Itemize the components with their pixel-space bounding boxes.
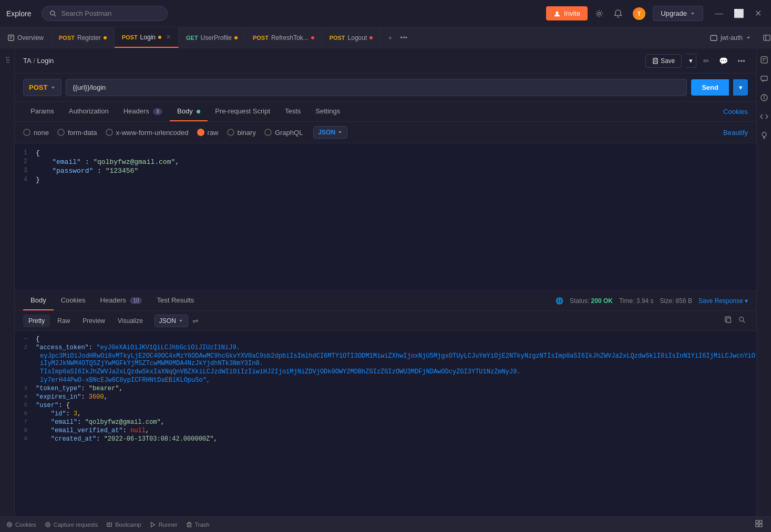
upgrade-button[interactable]: Upgrade bbox=[653, 6, 703, 21]
radio-raw bbox=[197, 129, 204, 136]
json-format-select[interactable]: JSON bbox=[313, 126, 347, 139]
svg-rect-43 bbox=[759, 524, 762, 527]
resp-tab-test-results[interactable]: Test Results bbox=[149, 291, 201, 310]
cookies-button[interactable]: Cookies bbox=[723, 108, 748, 116]
invite-button[interactable]: Invite bbox=[546, 6, 588, 20]
resp-tab-body[interactable]: Body bbox=[23, 291, 54, 310]
tab-body[interactable]: Body bbox=[170, 102, 208, 121]
add-tab-button[interactable]: ＋ bbox=[385, 31, 396, 45]
svg-rect-7 bbox=[711, 35, 717, 40]
resp-tab-headers[interactable]: Headers 10 bbox=[93, 291, 150, 310]
search-bar[interactable]: Search Postman bbox=[42, 6, 168, 21]
tab-register[interactable]: POST Register bbox=[52, 27, 115, 48]
bulb-button[interactable] bbox=[757, 128, 772, 143]
sidebar-ort-button[interactable]: ort bbox=[0, 53, 15, 68]
tab-dot-logout bbox=[369, 36, 373, 39]
runner-status-item[interactable]: Runner bbox=[150, 521, 178, 528]
trash-status-item[interactable]: Trash bbox=[186, 521, 210, 528]
code-line-3: 3 "password" : "123456" bbox=[15, 166, 756, 175]
svg-rect-12 bbox=[653, 61, 657, 62]
cookies-status-item[interactable]: Cookies bbox=[6, 521, 36, 528]
settings-icon bbox=[595, 9, 603, 18]
response-body[interactable]: ─ { 2 "access_token": "eyJ0eXAiOiJKV1QiL… bbox=[15, 331, 756, 516]
send-button[interactable]: Send bbox=[691, 79, 729, 96]
tab-authorization[interactable]: Authorization bbox=[61, 102, 116, 121]
breadcrumb: TA / Login bbox=[23, 57, 54, 65]
tab-headers[interactable]: Headers 8 bbox=[116, 102, 170, 121]
save-response-button[interactable]: Save Response ▾ bbox=[698, 297, 748, 305]
search-placeholder: Search Postman bbox=[61, 9, 111, 17]
save-button[interactable]: Save bbox=[645, 54, 682, 68]
more-button[interactable]: ••• bbox=[735, 54, 748, 68]
send-dropdown-button[interactable]: ▾ bbox=[733, 79, 748, 96]
body-form-data-option[interactable]: form-data bbox=[57, 129, 97, 137]
edit-button[interactable]: ✏ bbox=[701, 54, 712, 68]
comment-button[interactable]: 💬 bbox=[716, 54, 731, 68]
code-button[interactable] bbox=[757, 109, 772, 124]
chat-button[interactable] bbox=[757, 71, 772, 86]
tab-params[interactable]: Params bbox=[23, 102, 61, 121]
tab-login[interactable]: POST Login ✕ bbox=[115, 27, 179, 48]
tab-settings[interactable]: Settings bbox=[308, 102, 347, 121]
fmt-tab-preview[interactable]: Preview bbox=[77, 315, 110, 327]
copy-icon bbox=[725, 316, 732, 324]
tab-tests[interactable]: Tests bbox=[277, 102, 308, 121]
search-response-button[interactable] bbox=[736, 314, 748, 327]
capture-status-item[interactable]: Capture requests bbox=[45, 521, 98, 528]
api-info-button[interactable] bbox=[757, 53, 772, 67]
maximize-button[interactable]: ⬜ bbox=[731, 6, 747, 20]
filter-button[interactable]: ⇌ bbox=[190, 315, 201, 327]
svg-point-28 bbox=[8, 524, 9, 524]
tab-bar: Overview POST Register POST Login ✕ GET … bbox=[0, 27, 771, 48]
fmt-tab-visualize[interactable]: Visualize bbox=[112, 315, 148, 327]
response-format-select[interactable]: JSON bbox=[155, 315, 188, 327]
code-editor[interactable]: 1 { 2 "email" : "qolbyfwz@gmail.com", 3 … bbox=[15, 143, 756, 290]
resp-tab-cookies[interactable]: Cookies bbox=[54, 291, 93, 310]
save-dropdown-button[interactable]: ▾ bbox=[686, 54, 696, 68]
resp-line-2b: eyJpc3MiOiJodHRwOi8vMTkyLjE2OC40OC4xMzY6… bbox=[15, 352, 756, 368]
tab-pre-request[interactable]: Pre-request Script bbox=[208, 102, 277, 121]
svg-rect-37 bbox=[187, 523, 191, 527]
fmt-tab-pretty[interactable]: Pretty bbox=[23, 315, 50, 327]
resp-line-6: 6 "id": 3, bbox=[15, 410, 756, 418]
settings-button[interactable] bbox=[592, 6, 606, 21]
svg-marker-36 bbox=[151, 522, 155, 527]
resp-line-3: 3 "token_type": "bearer", bbox=[15, 384, 756, 393]
tab-dot-refresh bbox=[311, 36, 314, 39]
url-input[interactable] bbox=[66, 79, 687, 96]
tab-overview[interactable]: Overview bbox=[0, 27, 52, 48]
avatar-button[interactable]: T bbox=[630, 4, 649, 23]
more-tabs-button[interactable]: ••• bbox=[398, 32, 409, 44]
body-graphql-option[interactable]: GraphQL bbox=[264, 129, 303, 137]
body-urlencoded-option[interactable]: x-www-form-urlencoded bbox=[106, 129, 189, 137]
body-binary-option[interactable]: binary bbox=[227, 129, 256, 137]
copy-button[interactable] bbox=[723, 314, 734, 327]
close-button[interactable]: ✕ bbox=[752, 6, 765, 20]
collection-icon bbox=[710, 34, 717, 41]
svg-rect-4 bbox=[8, 35, 14, 40]
resp-line-1: ─ { bbox=[15, 335, 756, 343]
beautify-button[interactable]: Beautify bbox=[723, 129, 748, 137]
globe-icon: 🌐 bbox=[556, 297, 563, 305]
info-button[interactable] bbox=[757, 90, 772, 105]
headers-count-badge: 10 bbox=[130, 297, 142, 304]
fmt-tab-raw[interactable]: Raw bbox=[52, 315, 75, 327]
method-select[interactable]: POST bbox=[23, 79, 61, 96]
svg-point-2 bbox=[556, 11, 558, 14]
tab-method-post-refresh: POST bbox=[253, 35, 269, 41]
tab-collection[interactable]: jwt-auth bbox=[702, 27, 758, 48]
minimize-button[interactable]: — bbox=[712, 6, 726, 20]
sidebar-toggle[interactable] bbox=[763, 34, 771, 42]
tab-userprofile[interactable]: GET UserProfile bbox=[179, 27, 245, 48]
grid-button[interactable] bbox=[753, 518, 765, 531]
body-none-option[interactable]: none bbox=[23, 129, 49, 137]
body-raw-option[interactable]: raw bbox=[197, 129, 219, 137]
response-status: 200 OK bbox=[591, 297, 613, 305]
chevron-collection-icon bbox=[746, 35, 751, 40]
tab-refreshtoken[interactable]: POST RefreshTok... bbox=[245, 27, 322, 48]
bootcamp-status-item[interactable]: Bootcamp bbox=[106, 521, 141, 528]
tab-logout[interactable]: POST Logout bbox=[322, 27, 381, 48]
notifications-button[interactable] bbox=[611, 6, 625, 21]
svg-point-32 bbox=[47, 524, 48, 525]
close-icon[interactable]: ✕ bbox=[166, 34, 171, 40]
